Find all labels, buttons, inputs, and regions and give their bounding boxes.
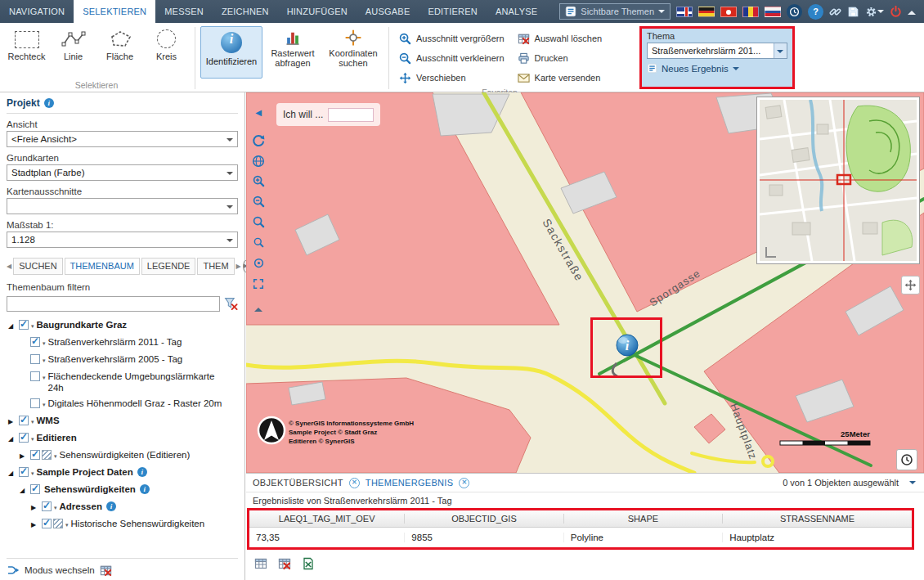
flag-ru-icon[interactable] xyxy=(765,7,781,17)
flag-de-icon[interactable] xyxy=(698,7,715,17)
checkbox[interactable] xyxy=(30,484,40,494)
koordinaten-button[interactable]: Koordinaten suchen xyxy=(323,25,384,68)
layer-menu-icon[interactable]: ▾ xyxy=(43,338,46,349)
checkbox[interactable] xyxy=(30,371,40,381)
neues-ergebnis-dropdown[interactable]: Neues Ergebnis xyxy=(647,63,787,74)
info-icon[interactable]: i xyxy=(137,467,147,477)
info-icon[interactable]: i xyxy=(140,484,150,494)
tab-themenergebnis[interactable]: THEMENERGEBNIS xyxy=(366,478,454,488)
layer-menu-icon[interactable]: ▾ xyxy=(54,451,57,462)
expander-icon[interactable]: ◢ xyxy=(20,483,30,497)
help-icon[interactable]: ? xyxy=(808,4,823,20)
tab-navigation[interactable]: NAVIGATION xyxy=(0,0,74,23)
collapse-panel-icon[interactable]: ◀ xyxy=(249,103,268,122)
fullscreen-icon[interactable] xyxy=(249,274,268,293)
column-header[interactable]: LAEQ1_TAG_MIT_OEV xyxy=(249,514,405,524)
info-icon[interactable]: i xyxy=(44,98,54,108)
excel-export-icon[interactable] xyxy=(302,557,315,570)
collapse-ribbon-icon[interactable] xyxy=(908,7,916,15)
layer-menu-icon[interactable]: ▾ xyxy=(31,321,34,332)
layer-menu-icon[interactable]: ▾ xyxy=(31,434,34,445)
thema-select[interactable]: Straßenverkehrslärm 201... xyxy=(647,43,787,59)
layer-menu-icon[interactable]: ▾ xyxy=(31,468,34,479)
clear-selection-favorite[interactable]: Auswahl löschen xyxy=(518,29,603,47)
linie-button[interactable]: Linie xyxy=(50,25,96,61)
expander-icon[interactable]: ▶ xyxy=(31,501,42,514)
table-icon[interactable] xyxy=(254,557,267,570)
tab-legende[interactable]: LEGENDE xyxy=(141,258,196,275)
clear-filter-icon[interactable] xyxy=(224,297,238,311)
tab-editieren[interactable]: EDITIEREN xyxy=(419,0,486,23)
tabs-scroll-right-icon[interactable]: ▶ xyxy=(236,263,241,270)
checkbox[interactable] xyxy=(19,320,29,330)
checkbox[interactable] xyxy=(30,337,40,347)
zoom-in-icon[interactable] xyxy=(249,172,268,191)
checkbox[interactable] xyxy=(30,354,40,364)
ansicht-select[interactable]: <Freie Ansicht> xyxy=(7,131,238,147)
layer-menu-icon[interactable]: ▾ xyxy=(43,355,46,366)
print-favorite[interactable]: Drucken xyxy=(518,49,603,67)
scroll-up-icon[interactable] xyxy=(249,299,268,318)
close-tab-icon[interactable]: ✕ xyxy=(349,478,360,488)
pan-mode-icon[interactable] xyxy=(901,276,920,294)
tab-zeichnen[interactable]: ZEICHNEN xyxy=(213,0,278,23)
previous-view-icon[interactable] xyxy=(249,131,268,150)
expander-icon[interactable]: ▶ xyxy=(31,518,42,531)
tab-objektuebersicht[interactable]: OBJEKTÜBERSICHT xyxy=(253,478,343,488)
map-viewport[interactable]: Sackstraße Sporgasse Hauptplatz i © Syne… xyxy=(246,92,924,473)
tree-item[interactable]: ▶▾ Adresseni xyxy=(7,498,238,515)
tab-suchen[interactable]: SUCHEN xyxy=(13,258,62,275)
checkbox[interactable] xyxy=(19,416,29,425)
settings-gear-icon[interactable] xyxy=(865,6,884,18)
flag-ro-icon[interactable] xyxy=(742,7,759,17)
checkbox[interactable] xyxy=(42,519,52,528)
expander-icon[interactable]: ◢ xyxy=(8,466,19,479)
rechteck-button[interactable]: Rechteck xyxy=(3,25,50,61)
tree-item[interactable]: ▶▾ WMS xyxy=(7,412,238,429)
rasterwert-button[interactable]: Rasterwert abfragen xyxy=(262,25,323,68)
ich-will-input[interactable] xyxy=(328,108,374,122)
massstab-select[interactable]: 1.128 xyxy=(7,232,238,248)
tab-analyse[interactable]: ANALYSE xyxy=(487,0,546,23)
checkbox[interactable] xyxy=(19,467,29,477)
themenbaum-filter-input[interactable] xyxy=(7,296,220,312)
send-map-favorite[interactable]: Karte versenden xyxy=(518,69,603,87)
column-header[interactable]: STRASSENNAME xyxy=(723,514,912,524)
flaeche-button[interactable]: Fläche xyxy=(96,25,143,61)
column-header[interactable]: SHAPE xyxy=(564,514,723,524)
flag-uk-icon[interactable] xyxy=(676,7,693,17)
overview-globe-icon[interactable] xyxy=(249,151,268,170)
ich-will-widget[interactable]: Ich will ... xyxy=(276,103,380,126)
layer-menu-icon[interactable]: ▾ xyxy=(31,416,34,428)
tab-selektieren[interactable]: SELEKTIEREN xyxy=(74,0,155,23)
expander-icon[interactable]: ▶ xyxy=(20,449,30,462)
logout-power-icon[interactable] xyxy=(890,6,902,18)
visible-themes-dropdown[interactable]: Sichtbare Themen xyxy=(559,3,671,20)
layer-menu-icon[interactable]: ▾ xyxy=(54,502,57,514)
layer-menu-icon[interactable]: ▾ xyxy=(43,372,46,384)
zoom-in-favorite[interactable]: Ausschnitt vergrößern xyxy=(399,29,505,47)
layer-menu-icon[interactable]: ▾ xyxy=(65,519,69,531)
kartenausschnitte-select[interactable] xyxy=(7,198,238,214)
overview-map[interactable] xyxy=(756,97,920,264)
checkbox[interactable] xyxy=(30,450,40,460)
tabs-scroll-left-icon[interactable]: ◀ xyxy=(7,263,11,270)
info-icon[interactable]: i xyxy=(106,501,116,511)
remove-result-icon[interactable] xyxy=(278,557,291,570)
close-tab-icon[interactable]: ✕ xyxy=(459,478,469,488)
table-row[interactable]: 73,35 9855 Polyline Hauptplatz xyxy=(249,528,912,547)
expand-panel-icon[interactable] xyxy=(909,481,916,488)
checkbox[interactable] xyxy=(30,398,40,408)
pan-favorite[interactable]: Verschieben xyxy=(399,69,505,87)
tree-item[interactable]: ▾ Straßenverkehrslärm 2005 - Tag xyxy=(7,351,238,368)
tab-themenbaum[interactable]: THEMENBAUM xyxy=(65,258,140,275)
tree-item[interactable]: ▶▾ Historische Sehenswürdigkeiten xyxy=(7,515,238,533)
flag-tr-icon[interactable] xyxy=(720,7,737,17)
grundkarten-select[interactable]: Stadtplan (Farbe) xyxy=(7,164,238,181)
save-icon[interactable] xyxy=(847,6,859,18)
identifizieren-button[interactable]: i Identifizieren xyxy=(200,26,262,79)
tab-hinzufuegen[interactable]: HINZUFÜGEN xyxy=(278,0,357,23)
tab-ausgabe[interactable]: AUSGABE xyxy=(357,0,419,23)
history-clock-icon[interactable] xyxy=(787,4,802,20)
expander-icon[interactable]: ◢ xyxy=(8,432,19,445)
